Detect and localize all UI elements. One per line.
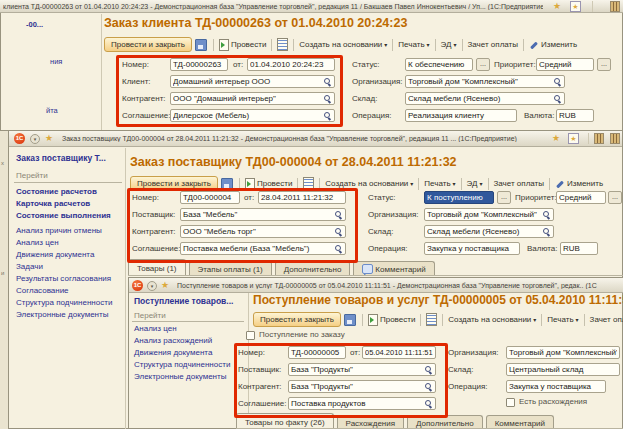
field-label: Операция:	[448, 382, 488, 391]
post-and-close-button[interactable]: Провести и закрыть	[253, 312, 341, 327]
toolbar-separator	[420, 314, 421, 326]
field-value: Торговый дом "Комплексный"	[509, 348, 617, 357]
field-label: Контрагент:	[238, 382, 282, 391]
caret-down-icon: ▾	[576, 316, 579, 323]
create-based-on-button[interactable]: Создать на основании▾	[446, 315, 538, 324]
toolbar-separator	[442, 314, 443, 326]
field-label: Соглашение:	[238, 399, 287, 408]
caret-down-icon: ▾	[533, 316, 536, 323]
sidebar-rule	[132, 321, 244, 322]
sidebar-item-price-analysis[interactable]: Анализ цен	[134, 324, 177, 333]
payment-offset-button[interactable]: Зачет оплаты	[588, 315, 623, 324]
number-field[interactable]: ТД-00000005	[288, 346, 346, 359]
operation-field[interactable]: Закупка у поставщика	[506, 380, 606, 393]
field-label: Склад:	[448, 365, 473, 374]
toolbar-separator	[584, 314, 585, 326]
post-and-close-label: Провести и закрыть	[260, 315, 334, 324]
1c-logo-icon: 1С	[132, 280, 143, 291]
post-label: Провести	[380, 315, 415, 324]
tab-discrepancies[interactable]: Расхождения	[337, 415, 404, 429]
star-icon[interactable]: ★	[161, 280, 169, 290]
menu-dropdown-icon[interactable]: ▾	[147, 281, 157, 291]
window-title: Поступление товаров и услуг ТД-00000005 …	[177, 282, 623, 289]
date-field[interactable]: 05.04.2010 11:11:51	[362, 346, 436, 359]
search-icon[interactable]	[424, 382, 433, 392]
checkbox-label: Поступление по заказу	[259, 330, 345, 339]
sidebar-item-discrepancy-analysis[interactable]: Анализ расхождений	[134, 336, 212, 345]
organization-field[interactable]: Торговый дом "Комплексный"	[506, 346, 620, 359]
toolbar-separator	[362, 314, 363, 326]
field-label: от:	[350, 348, 360, 357]
field-value: База "Продукты"	[291, 382, 424, 391]
counterparty-field[interactable]: База "Продукты"	[288, 380, 436, 393]
tab-goods-actual[interactable]: Товары по факту (26)	[236, 413, 334, 429]
document-header: Поступление товаров и услуг ТД-00000005 …	[253, 293, 623, 307]
tab-comment[interactable]: Комментарий	[486, 415, 554, 429]
journal-icon[interactable]	[426, 313, 437, 326]
save-icon[interactable]	[344, 314, 356, 326]
checkbox-label: Есть расхождения	[519, 397, 587, 406]
search-icon[interactable]	[424, 399, 433, 409]
sidebar-item-subordination[interactable]: Структура подчиненности	[134, 360, 230, 369]
order-receipt-checkbox[interactable]	[246, 331, 255, 340]
field-label: Организация:	[448, 348, 498, 357]
sidebar-item-edocuments[interactable]: Электронные документы	[134, 372, 226, 381]
tab-bar: Товары по факту (26) Расхождения Дополни…	[236, 413, 554, 429]
field-value: Центральный склад	[509, 365, 617, 374]
print-label: Печать	[547, 315, 573, 324]
field-value: База "Продукты"	[291, 365, 424, 374]
sidebar-section-label: Перейти	[134, 311, 166, 320]
field-value: Закупка у поставщика	[509, 382, 603, 391]
field-label: Номер:	[238, 348, 265, 357]
field-label: Поставщик:	[238, 365, 281, 374]
discrepancy-checkbox[interactable]	[506, 398, 515, 407]
window-goods-receipt: 1С ▾ ★ Поступление товаров и услуг ТД-00…	[0, 0, 623, 429]
field-value: Поставка продуктов	[291, 399, 424, 408]
screen: а х и клиента ТД-00000263 от 01.04.2010 …	[0, 0, 623, 429]
tab-additional[interactable]: Дополнительно	[407, 415, 483, 429]
toolbar: Провести и закрыть Провести Создать на о…	[253, 311, 623, 328]
sidebar-item-document-movements[interactable]: Движения документа	[134, 348, 212, 357]
agreement-field[interactable]: Поставка продуктов	[288, 397, 436, 410]
sidebar-divider	[248, 293, 249, 429]
sidebar-title[interactable]: Поступление товаров...	[134, 296, 233, 306]
search-icon[interactable]	[424, 365, 433, 375]
print-button[interactable]: Печать▾	[545, 315, 580, 324]
post-button[interactable]: Провести	[366, 314, 417, 326]
post-icon	[368, 314, 378, 326]
field-value: ТД-00000005	[291, 348, 343, 357]
warehouse-field[interactable]: Центральный склад	[506, 363, 620, 376]
toolbar-separator	[541, 314, 542, 326]
supplier-field[interactable]: База "Продукты"	[288, 363, 436, 376]
payment-offset-label: Зачет оплаты	[590, 315, 623, 324]
create-based-on-label: Создать на основании	[448, 315, 531, 324]
field-value: 05.04.2010 11:11:51	[365, 348, 433, 357]
